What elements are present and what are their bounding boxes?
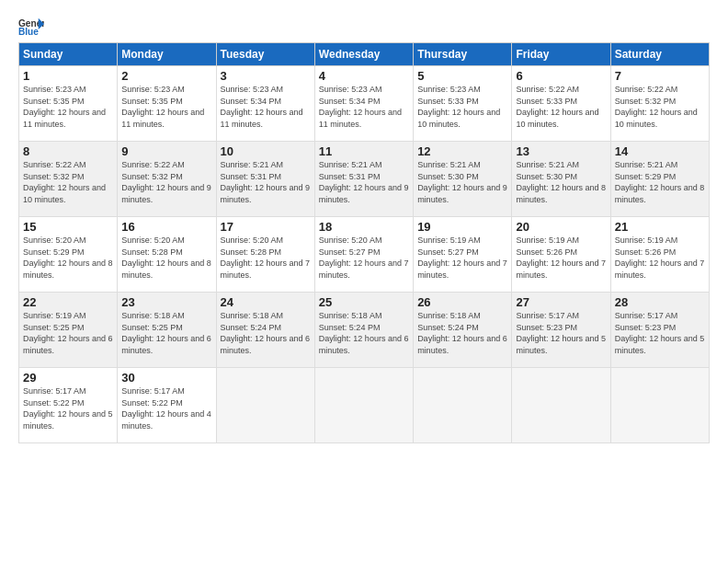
day-info: Sunrise: 5:17 AMSunset: 5:23 PMDaylight:… (615, 310, 705, 356)
day-number: 21 (615, 220, 705, 234)
day-cell: 6Sunrise: 5:22 AMSunset: 5:33 PMDaylight… (512, 66, 610, 142)
day-cell: 30Sunrise: 5:17 AMSunset: 5:22 PMDayligh… (118, 368, 216, 443)
day-number: 18 (319, 220, 409, 234)
day-number: 15 (23, 220, 113, 234)
day-info: Sunrise: 5:21 AMSunset: 5:31 PMDaylight:… (221, 159, 311, 205)
calendar: SundayMondayTuesdayWednesdayThursdayFrid… (18, 42, 710, 443)
day-number: 24 (221, 295, 311, 309)
day-number: 17 (221, 220, 311, 234)
day-number: 20 (516, 220, 606, 234)
day-cell: 24Sunrise: 5:18 AMSunset: 5:24 PMDayligh… (216, 293, 314, 368)
day-info: Sunrise: 5:20 AMSunset: 5:29 PMDaylight:… (23, 235, 113, 281)
day-cell (414, 368, 512, 443)
day-cell: 19Sunrise: 5:19 AMSunset: 5:27 PMDayligh… (414, 217, 512, 293)
day-cell: 7Sunrise: 5:22 AMSunset: 5:32 PMDaylight… (610, 66, 709, 142)
day-number: 22 (23, 295, 113, 309)
day-number: 4 (319, 69, 409, 83)
week-row-1: 1Sunrise: 5:23 AMSunset: 5:35 PMDaylight… (19, 66, 710, 142)
day-cell: 15Sunrise: 5:20 AMSunset: 5:29 PMDayligh… (19, 217, 118, 293)
day-info: Sunrise: 5:21 AMSunset: 5:31 PMDaylight:… (319, 159, 409, 205)
day-number: 28 (615, 295, 705, 309)
day-cell: 20Sunrise: 5:19 AMSunset: 5:26 PMDayligh… (512, 217, 610, 293)
day-number: 30 (121, 371, 211, 385)
day-number: 2 (121, 69, 211, 83)
page: General Blue SundayMondayTuesdayWednesda… (0, 0, 728, 453)
day-number: 13 (516, 144, 606, 158)
day-info: Sunrise: 5:19 AMSunset: 5:26 PMDaylight:… (615, 235, 705, 281)
col-header-friday: Friday (512, 43, 610, 66)
day-number: 1 (23, 69, 113, 83)
day-cell: 18Sunrise: 5:20 AMSunset: 5:27 PMDayligh… (314, 217, 413, 293)
col-header-saturday: Saturday (610, 43, 709, 66)
day-number: 27 (516, 295, 606, 309)
week-row-3: 15Sunrise: 5:20 AMSunset: 5:29 PMDayligh… (19, 217, 710, 293)
day-info: Sunrise: 5:21 AMSunset: 5:29 PMDaylight:… (615, 159, 705, 205)
day-number: 8 (23, 144, 113, 158)
day-cell (314, 368, 413, 443)
day-cell: 25Sunrise: 5:18 AMSunset: 5:24 PMDayligh… (314, 293, 413, 368)
col-header-wednesday: Wednesday (314, 43, 413, 66)
day-cell: 14Sunrise: 5:21 AMSunset: 5:29 PMDayligh… (610, 142, 709, 217)
col-header-sunday: Sunday (19, 43, 118, 66)
logo: General Blue (18, 17, 44, 37)
day-cell: 4Sunrise: 5:23 AMSunset: 5:34 PMDaylight… (314, 66, 413, 142)
day-number: 10 (221, 144, 311, 158)
day-cell: 3Sunrise: 5:23 AMSunset: 5:34 PMDaylight… (216, 66, 314, 142)
week-row-4: 22Sunrise: 5:19 AMSunset: 5:25 PMDayligh… (19, 293, 710, 368)
day-number: 23 (121, 295, 211, 309)
day-info: Sunrise: 5:22 AMSunset: 5:33 PMDaylight:… (516, 84, 606, 130)
col-header-thursday: Thursday (414, 43, 512, 66)
day-info: Sunrise: 5:19 AMSunset: 5:25 PMDaylight:… (23, 310, 113, 356)
day-info: Sunrise: 5:23 AMSunset: 5:33 PMDaylight:… (417, 84, 507, 130)
day-info: Sunrise: 5:23 AMSunset: 5:34 PMDaylight:… (221, 84, 311, 130)
day-info: Sunrise: 5:17 AMSunset: 5:22 PMDaylight:… (23, 385, 113, 431)
day-cell: 13Sunrise: 5:21 AMSunset: 5:30 PMDayligh… (512, 142, 610, 217)
day-info: Sunrise: 5:19 AMSunset: 5:26 PMDaylight:… (516, 235, 606, 281)
day-cell: 29Sunrise: 5:17 AMSunset: 5:22 PMDayligh… (19, 368, 118, 443)
day-cell: 8Sunrise: 5:22 AMSunset: 5:32 PMDaylight… (19, 142, 118, 217)
day-info: Sunrise: 5:18 AMSunset: 5:25 PMDaylight:… (121, 310, 211, 356)
day-number: 11 (319, 144, 409, 158)
day-info: Sunrise: 5:21 AMSunset: 5:30 PMDaylight:… (417, 159, 507, 205)
day-number: 16 (121, 220, 211, 234)
day-cell: 1Sunrise: 5:23 AMSunset: 5:35 PMDaylight… (19, 66, 118, 142)
day-number: 29 (23, 371, 113, 385)
day-cell: 27Sunrise: 5:17 AMSunset: 5:23 PMDayligh… (512, 293, 610, 368)
day-cell (610, 368, 709, 443)
day-cell: 10Sunrise: 5:21 AMSunset: 5:31 PMDayligh… (216, 142, 314, 217)
day-cell: 16Sunrise: 5:20 AMSunset: 5:28 PMDayligh… (118, 217, 216, 293)
day-info: Sunrise: 5:22 AMSunset: 5:32 PMDaylight:… (23, 159, 113, 205)
day-info: Sunrise: 5:20 AMSunset: 5:27 PMDaylight:… (319, 235, 409, 281)
day-cell: 9Sunrise: 5:22 AMSunset: 5:32 PMDaylight… (118, 142, 216, 217)
day-number: 19 (417, 220, 507, 234)
day-number: 12 (417, 144, 507, 158)
day-number: 9 (121, 144, 211, 158)
day-cell: 2Sunrise: 5:23 AMSunset: 5:35 PMDaylight… (118, 66, 216, 142)
day-number: 6 (516, 69, 606, 83)
day-cell (512, 368, 610, 443)
day-number: 14 (615, 144, 705, 158)
day-info: Sunrise: 5:23 AMSunset: 5:35 PMDaylight:… (121, 84, 211, 130)
day-info: Sunrise: 5:18 AMSunset: 5:24 PMDaylight:… (319, 310, 409, 356)
week-row-5: 29Sunrise: 5:17 AMSunset: 5:22 PMDayligh… (19, 368, 710, 443)
day-info: Sunrise: 5:23 AMSunset: 5:35 PMDaylight:… (23, 84, 113, 130)
day-number: 5 (417, 69, 507, 83)
week-row-2: 8Sunrise: 5:22 AMSunset: 5:32 PMDaylight… (19, 142, 710, 217)
day-cell: 17Sunrise: 5:20 AMSunset: 5:28 PMDayligh… (216, 217, 314, 293)
day-cell: 12Sunrise: 5:21 AMSunset: 5:30 PMDayligh… (414, 142, 512, 217)
day-cell: 22Sunrise: 5:19 AMSunset: 5:25 PMDayligh… (19, 293, 118, 368)
header-row: SundayMondayTuesdayWednesdayThursdayFrid… (19, 43, 710, 66)
day-info: Sunrise: 5:18 AMSunset: 5:24 PMDaylight:… (221, 310, 311, 356)
day-number: 25 (319, 295, 409, 309)
day-info: Sunrise: 5:17 AMSunset: 5:23 PMDaylight:… (516, 310, 606, 356)
day-cell (216, 368, 314, 443)
day-info: Sunrise: 5:22 AMSunset: 5:32 PMDaylight:… (121, 159, 211, 205)
day-info: Sunrise: 5:21 AMSunset: 5:30 PMDaylight:… (516, 159, 606, 205)
day-number: 26 (417, 295, 507, 309)
day-cell: 11Sunrise: 5:21 AMSunset: 5:31 PMDayligh… (314, 142, 413, 217)
day-cell: 26Sunrise: 5:18 AMSunset: 5:24 PMDayligh… (414, 293, 512, 368)
day-info: Sunrise: 5:17 AMSunset: 5:22 PMDaylight:… (121, 385, 211, 431)
day-cell: 23Sunrise: 5:18 AMSunset: 5:25 PMDayligh… (118, 293, 216, 368)
svg-text:Blue: Blue (18, 27, 39, 37)
header: General Blue (18, 17, 710, 37)
